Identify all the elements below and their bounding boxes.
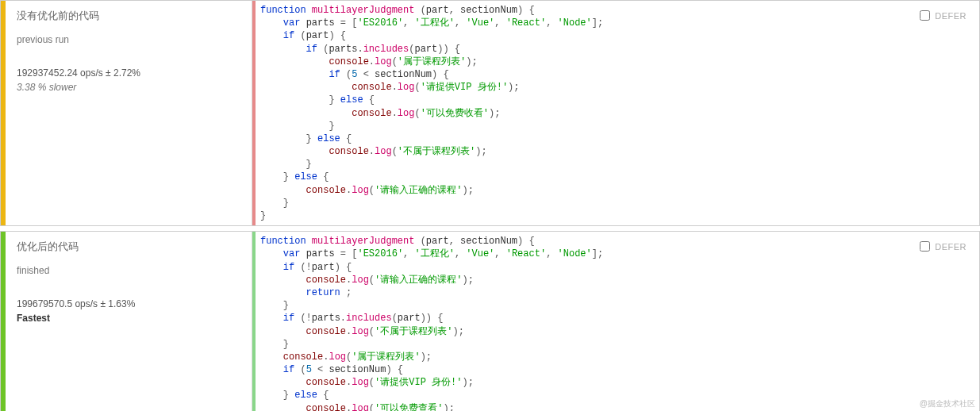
result-label: 3.38 % slower [17, 82, 240, 93]
code-column: DEFER function multilayerJudgment (part,… [252, 232, 979, 411]
code-column: DEFER function multilayerJudgment (part,… [252, 1, 979, 225]
test-case-row: 没有优化前的代码 previous run 192937452.24 ops/s… [0, 0, 980, 226]
code-accent-bar [252, 232, 256, 411]
info-column: 优化后的代码 finished 199679570.5 ops/s ± 1.63… [6, 232, 252, 411]
test-case-row: 优化后的代码 finished 199679570.5 ops/s ± 1.63… [0, 231, 980, 411]
ops-per-sec: 192937452.24 ops/s ± 2.72% [17, 67, 240, 79]
info-column: 没有优化前的代码 previous run 192937452.24 ops/s… [6, 1, 252, 225]
run-status: finished [17, 265, 240, 276]
defer-checkbox[interactable] [920, 10, 930, 21]
defer-control: DEFER [920, 10, 967, 21]
defer-control: DEFER [920, 241, 967, 252]
run-status: previous run [17, 34, 240, 45]
defer-label: DEFER [935, 242, 967, 252]
test-title: 没有优化前的代码 [17, 9, 240, 23]
defer-label: DEFER [935, 11, 967, 21]
ops-per-sec: 199679570.5 ops/s ± 1.63% [17, 298, 240, 309]
test-title: 优化后的代码 [17, 240, 240, 254]
code-accent-bar [252, 1, 256, 225]
code-block[interactable]: function multilayerJudgment (part, secti… [252, 232, 979, 411]
defer-checkbox[interactable] [920, 241, 930, 252]
result-label: Fastest [17, 313, 240, 324]
code-block[interactable]: function multilayerJudgment (part, secti… [252, 1, 979, 225]
